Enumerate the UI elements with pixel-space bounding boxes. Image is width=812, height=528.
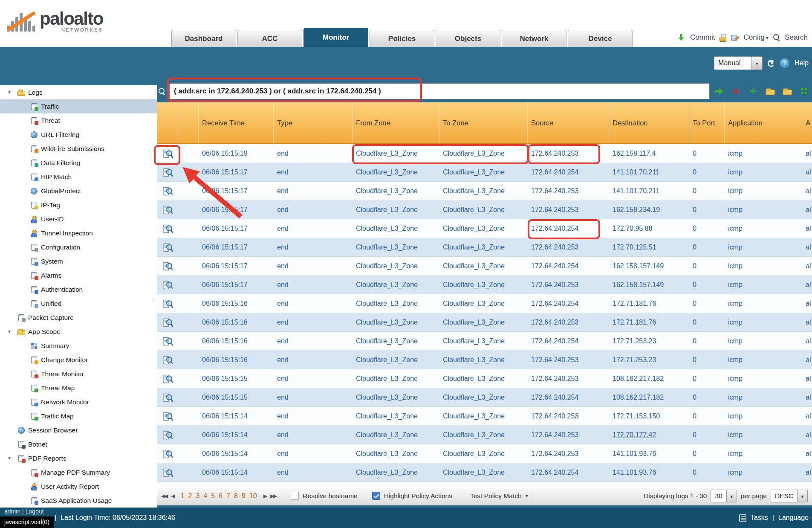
log-detail-icon[interactable] [163,450,173,458]
sidebar-item-unified[interactable]: Unified [0,296,157,310]
sidebar-item-traffic-map[interactable]: Traffic Map [0,409,157,423]
sidebar-item-user-activity-report[interactable]: User Activity Report [0,479,157,493]
config-menu-button[interactable]: Config [743,33,769,42]
sidebar-item-logs[interactable]: ▼ Logs [0,85,157,99]
tab-device[interactable]: Device [568,30,633,47]
column-header-destination[interactable]: Destination [609,102,689,143]
log-detail-icon[interactable] [163,281,173,290]
page-number[interactable]: 10 [249,492,257,500]
column-header-source[interactable]: Source [527,102,609,143]
sidebar-item-threat-monitor[interactable]: Threat Monitor [0,367,157,381]
page-number[interactable]: 1 [181,492,185,500]
page-number[interactable]: 3 [196,492,200,500]
log-detail-icon[interactable] [163,356,173,365]
column-header-receive-time[interactable]: Receive Time [198,102,273,143]
column-header-from-zone[interactable]: From Zone [352,102,439,143]
first-page-button[interactable] [161,493,167,499]
tab-network[interactable]: Network [502,30,566,47]
tasks-button[interactable]: Tasks [751,514,768,522]
clear-filter-button[interactable]: × [731,86,742,97]
sidebar-item-wildfire-submissions[interactable]: WildFire Submissions [0,142,157,156]
sidebar-collapse-handle[interactable]: ‹ [152,293,155,305]
sidebar-item-botnet[interactable]: Botnet [0,437,157,451]
expander-icon[interactable]: ▼ [4,456,14,461]
sidebar-item-globalprotect[interactable]: GlobalProtect [0,184,157,198]
chevron-down-icon[interactable] [751,57,762,70]
save-filter-button[interactable] [765,86,776,97]
log-detail-icon[interactable] [163,374,173,383]
sidebar-item-packet-capture[interactable]: Packet Capture [0,310,157,325]
tab-policies[interactable]: Policies [370,30,434,47]
log-detail-icon[interactable] [163,206,173,215]
log-detail-icon[interactable] [163,393,173,402]
page-number[interactable]: 4 [203,492,207,500]
refresh-icon[interactable] [768,60,775,67]
tab-acc[interactable]: ACC [237,30,302,47]
chevron-down-icon[interactable] [726,490,737,502]
log-detail-icon[interactable] [163,431,173,440]
chevron-down-icon[interactable] [797,490,807,502]
log-filter-input[interactable] [169,83,710,99]
test-policy-match-button[interactable]: Test Policy Match [470,492,528,500]
tab-monitor[interactable]: Monitor [303,28,368,47]
log-detail-icon[interactable] [163,168,173,177]
highlight-policy-actions-checkbox[interactable] [372,492,380,500]
sidebar-item-summary[interactable]: Summary [0,339,157,353]
sidebar-item-hip-match[interactable]: HIP Match [0,170,157,184]
search-button[interactable]: Search [785,33,808,42]
column-header[interactable] [179,102,198,143]
log-detail-icon[interactable] [163,412,173,421]
sidebar-item-session-browser[interactable]: Session Browser [0,423,157,437]
log-detail-icon[interactable] [163,149,173,158]
log-detail-icon[interactable] [163,318,173,327]
expander-icon[interactable]: ▼ [4,329,14,334]
sidebar-item-system[interactable]: System [0,254,157,268]
log-detail-icon[interactable] [163,187,173,196]
sidebar-item-configuration[interactable]: Configuration [0,240,157,254]
log-detail-icon[interactable] [163,243,173,252]
apply-filter-button[interactable] [714,86,725,97]
column-header-to-zone[interactable]: To Zone [439,102,527,143]
language-button[interactable]: Language [778,514,809,522]
help-label[interactable]: Help [795,59,809,67]
sidebar-item-network-monitor[interactable]: Network Monitor [0,395,157,409]
sidebar-item-change-monitor[interactable]: Change Monitor [0,353,157,367]
sidebar-item-ip-tag[interactable]: IP-Tag [0,198,157,212]
export-logs-button[interactable] [799,86,810,97]
page-number[interactable]: 9 [242,492,246,500]
last-page-button[interactable] [270,493,276,499]
sidebar-item-app-scope[interactable]: ▼ App Scope [0,325,157,339]
per-page-select[interactable]: 30 [711,490,737,502]
help-icon[interactable]: ? [780,58,789,68]
next-page-button[interactable] [263,493,266,499]
page-number[interactable]: 5 [211,492,215,500]
commit-button[interactable]: Commit [690,33,715,42]
admin-logout-links[interactable]: admin | Logout [4,508,43,515]
sidebar-item-manage-pdf-summary[interactable]: Manage PDF Summary [0,465,157,479]
column-header-a[interactable]: A [802,102,812,143]
lock-icon[interactable] [720,37,726,42]
page-number[interactable]: 8 [234,492,238,500]
sidebar-item-threat[interactable]: Threat [0,113,157,128]
log-detail-icon[interactable] [163,299,173,308]
sidebar-item-data-filtering[interactable]: Data Filtering [0,156,157,170]
column-header[interactable] [157,102,179,143]
sidebar-item-tunnel-inspection[interactable]: Tunnel Inspection [0,226,157,240]
expander-icon[interactable]: ▼ [4,90,14,95]
column-header-application[interactable]: Application [724,102,802,143]
tab-objects[interactable]: Objects [436,30,500,47]
load-filter-button[interactable] [782,86,793,97]
sidebar-item-alarms[interactable]: Alarms [0,268,157,282]
sidebar-item-authentication[interactable]: Authentication [0,282,157,296]
log-detail-icon[interactable] [163,468,173,477]
column-header-to-port[interactable]: To Port [689,102,724,143]
previous-page-button[interactable] [171,493,174,499]
resolve-hostname-checkbox[interactable] [291,492,299,500]
log-detail-icon[interactable] [163,337,173,346]
sidebar-item-threat-map[interactable]: Threat Map [0,381,157,395]
sidebar-item-user-id[interactable]: User-ID [0,212,157,226]
column-header-type[interactable]: Type [273,102,352,143]
sidebar-item-url-filtering[interactable]: URL Filtering [0,128,157,142]
add-filter-button[interactable]: + [748,86,759,97]
refresh-mode-select[interactable]: Manual [714,56,763,70]
